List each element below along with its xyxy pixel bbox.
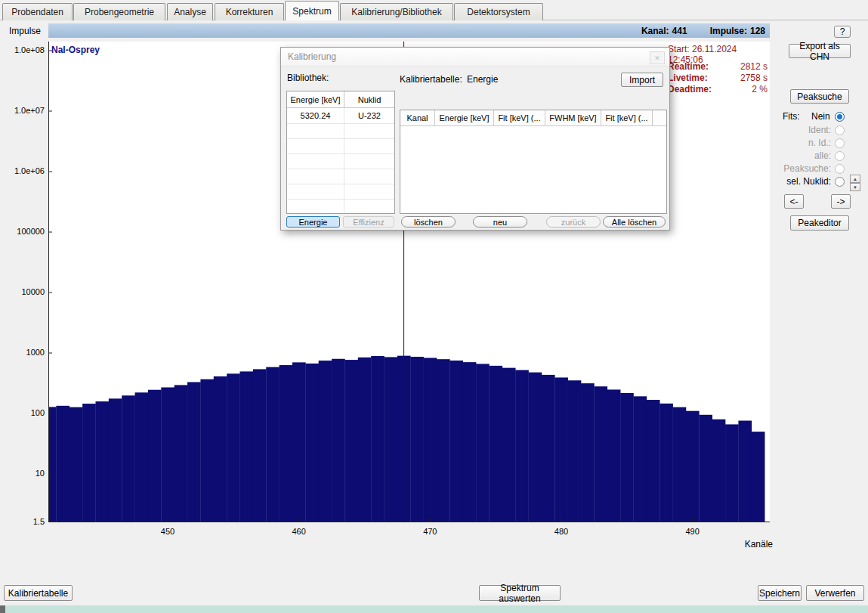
kanal-value: 441 [672, 26, 687, 36]
histogram-bar [620, 393, 634, 522]
realtime-value: 2812 s [740, 61, 768, 72]
sel-nuklid-radio[interactable] [835, 177, 845, 187]
spinner-up-icon[interactable]: ▲ [850, 175, 860, 183]
energie-toggle-button[interactable]: Energie [286, 216, 340, 228]
x-axis-title: Kanäle [740, 539, 773, 550]
histogram-bar [56, 406, 70, 522]
tab-analyse[interactable]: Analyse [167, 3, 213, 20]
nuklid-spinner[interactable]: ▲ ▼ [850, 175, 860, 191]
kalibriertabelle-button[interactable]: Kalibriertabelle [4, 585, 73, 601]
import-button[interactable]: Import [621, 73, 663, 87]
histogram-bar [385, 357, 398, 522]
histogram-bar [489, 366, 502, 522]
histogram-bar [187, 382, 201, 522]
histogram-bar [292, 362, 306, 522]
spektrum-auswerten-button[interactable]: Spektrum auswerten [479, 585, 561, 601]
tab-kalibrierung-bibliothek[interactable]: Kalibrierung/Bibliothek [340, 3, 453, 20]
dialog-title: Kalibrierung [288, 51, 336, 62]
y-tick-label: 100 [0, 408, 45, 417]
x-tick-label: 460 [284, 527, 314, 536]
peaksuche-button[interactable]: Peaksuche [790, 89, 849, 104]
livetime-row: Livetime:2758 s [668, 73, 768, 83]
realtime-label: Realtime: [668, 61, 709, 72]
histogram-bar [712, 420, 726, 522]
export-chn-button[interactable]: Export als CHN [789, 44, 851, 58]
fits-nein-radio[interactable] [835, 112, 845, 122]
y-tick-label: 1.5 [0, 517, 45, 526]
library-row[interactable]: 5320.24 U-232 [287, 108, 394, 124]
verwerfen-button[interactable]: Verwerfen [806, 585, 864, 601]
alle-loeschen-button[interactable]: Alle löschen [603, 216, 666, 228]
cal-col-energie[interactable]: Energie [keV] [435, 110, 494, 126]
histogram-bar [449, 361, 463, 522]
x-tick-label: 480 [546, 527, 576, 536]
histogram-bar [122, 395, 135, 522]
library-col-nuklid[interactable]: Nuklid [344, 91, 394, 107]
library-table[interactable]: Energie [keV] Nuklid 5320.24 U-232 [286, 91, 395, 214]
cal-col-fwhm[interactable]: FWHM [keV] [545, 110, 601, 126]
histogram-bar [725, 424, 739, 522]
x-tick-label: 450 [153, 527, 183, 536]
neu-button[interactable]: neu [473, 216, 527, 228]
histogram-bar [659, 404, 673, 522]
histogram-bar [371, 356, 385, 522]
histogram-bar [358, 358, 372, 522]
cursor-channel-readout: Kanal:441 [638, 26, 687, 36]
help-button[interactable]: ? [834, 26, 851, 38]
tab-probengeometrie[interactable]: Probengeometrie [73, 3, 165, 20]
realtime-row: Realtime:2812 s [668, 61, 768, 72]
tab-detektorsystem[interactable]: Detektorsystem [454, 3, 543, 20]
livetime-value: 2758 s [740, 73, 768, 83]
tab-spektrum[interactable]: Spektrum [285, 1, 339, 20]
peaksuche-radio [835, 164, 845, 174]
y-tick-label: 1.0e+08 [0, 45, 45, 54]
histogram-bar [699, 415, 712, 522]
x-tick-label: 470 [415, 527, 445, 536]
spinner-down-icon[interactable]: ▼ [850, 183, 860, 191]
histogram-bar [568, 380, 582, 522]
speichern-button[interactable]: Speichern [758, 585, 802, 601]
tab-probendaten[interactable]: Probendaten [2, 3, 73, 20]
tab-korrekturen[interactable]: Korrekturen [215, 3, 284, 20]
ident-label: Ident: [808, 125, 831, 135]
histogram-bar [594, 386, 607, 522]
impulse-label: Impulse: [710, 26, 747, 36]
histogram-bar [476, 364, 490, 522]
histogram-bar [502, 368, 516, 522]
histogram-bar [344, 360, 358, 522]
cal-header-filler [653, 110, 666, 126]
effizienz-toggle-button: Effizienz [343, 216, 394, 228]
dialog-title-bar[interactable]: Kalibrierung [281, 48, 669, 67]
cal-col-fit2[interactable]: Fit [keV] (... [601, 110, 653, 126]
kalibriertabelle-value: Energie [467, 74, 498, 85]
deadtime-value: 2 % [752, 84, 768, 94]
histogram-bar [424, 358, 437, 522]
peaksuche-radio-label: Peaksuche: [783, 163, 831, 174]
detector-label: NaI-Osprey [51, 45, 100, 55]
histogram-bar [200, 379, 214, 522]
close-icon[interactable]: ✕ [650, 51, 665, 64]
cal-col-fit1[interactable]: Fit [keV] (... [494, 110, 545, 126]
loeschen-button[interactable]: löschen [401, 216, 456, 228]
histogram-bar [135, 392, 149, 522]
cal-col-kanal[interactable]: Kanal [400, 110, 435, 126]
histogram-bar [109, 398, 122, 522]
next-peak-button[interactable]: -> [831, 194, 851, 209]
library-cell-energie: 5320.24 [287, 108, 344, 123]
library-col-energie[interactable]: Energie [keV] [287, 91, 344, 107]
histogram-bar [686, 411, 700, 522]
cursor-counts-readout: Impulse:128 [707, 26, 765, 36]
histogram-bar [581, 383, 595, 522]
y-tick-label: 1.0e+07 [0, 106, 45, 115]
livetime-label: Livetime: [668, 73, 708, 83]
kalibriertabelle-label: Kalibriertabelle: [400, 74, 462, 85]
library-table-header: Energie [keV] Nuklid [287, 91, 394, 108]
y-tick-label: 10 [0, 469, 45, 478]
histogram-bar [70, 407, 83, 522]
peakeditor-button[interactable]: Peakeditor [790, 215, 849, 231]
histogram-bar [633, 396, 647, 522]
calibration-table[interactable]: Kanal Energie [keV] Fit [keV] (... FWHM … [400, 110, 667, 214]
ident-radio [835, 125, 845, 135]
prev-peak-button[interactable]: <- [784, 194, 804, 209]
histogram-bar [437, 359, 450, 522]
